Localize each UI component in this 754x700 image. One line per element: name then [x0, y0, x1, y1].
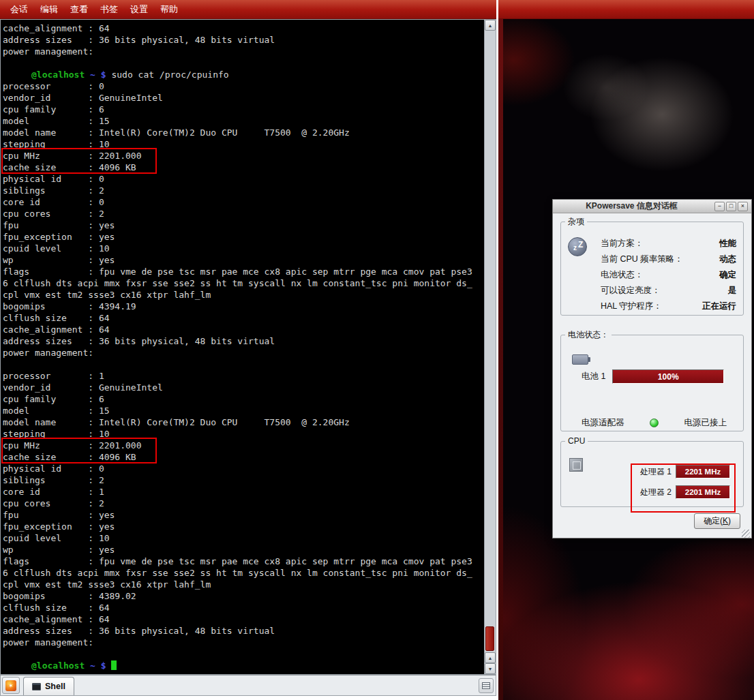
cpu-group: CPU 处理器 12201 MHz处理器 22201 MHz: [560, 436, 744, 507]
terminal-line: power management:: [3, 46, 484, 57]
close-button[interactable]: ×: [738, 202, 748, 211]
new-session-button[interactable]: ✶: [2, 677, 20, 694]
terminal-output[interactable]: cache_alignment : 64address sizes : 36 b…: [1, 20, 484, 674]
terminal-line: power management:: [3, 637, 484, 648]
menu-bar: 会话编辑查看书签设置帮助: [0, 0, 496, 19]
terminal-line: bogomips : 4389.02: [3, 590, 484, 602]
terminal-line: core id : 1: [3, 486, 484, 498]
cpu-chip-icon: [569, 458, 583, 472]
terminal-line: clflush size : 64: [3, 312, 484, 324]
terminal-line: flags : fpu vme de pse tsc msr pae mce c…: [3, 556, 484, 567]
video-left-border: [498, 19, 503, 700]
misc-group-title: 杂项: [565, 216, 587, 228]
terminal-line: cache size : 4096 KB: [3, 162, 484, 173]
battery-group: 电池状态： 电池 1 100% 电源适配器 电源已接上: [560, 329, 744, 431]
dialog-titlebar[interactable]: KPowersave 信息对话框 − □ ×: [553, 200, 751, 213]
terminal-line: [3, 648, 484, 660]
info-value: 性能: [719, 238, 736, 249]
menu-item-6[interactable]: 帮助: [154, 3, 184, 16]
terminal-line: siblings : 2: [3, 474, 484, 486]
terminal-line: wp : yes: [3, 544, 484, 556]
session-list-icon: [482, 682, 490, 689]
cpu-group-title: CPU: [565, 436, 588, 446]
minimize-icon: −: [718, 203, 721, 209]
shell-icon: [32, 683, 41, 690]
terminal-scrollbar[interactable]: ▲ ▲ ▼: [484, 20, 496, 674]
scrollbar-up-button[interactable]: ▲: [485, 20, 496, 31]
terminal-line: 6 clflush dts acpi mmx fxsr sse sse2 ss …: [3, 277, 484, 289]
info-value: 正在运行: [702, 301, 736, 312]
info-label: 可以设定亮度：: [601, 285, 661, 296]
session-tab-bar: ✶ Shell: [0, 675, 496, 696]
terminal-line: cpuid level : 10: [3, 243, 484, 254]
tab-shell[interactable]: Shell: [23, 677, 74, 695]
info-row: 可以设定亮度：是: [601, 283, 736, 299]
info-row: 当前方案：性能: [601, 236, 736, 252]
prompt-path: ~ $: [85, 70, 111, 80]
terminal-line: core id : 0: [3, 196, 484, 208]
terminal-line: 6 clflush dts acpi mmx fxsr sse sse2 ss …: [3, 567, 484, 579]
adapter-status: 电源已接上: [684, 417, 727, 429]
cpu-frequency-value: 2201 MHz: [676, 466, 729, 478]
terminal-line: address sizes : 36 bits physical, 48 bit…: [3, 625, 484, 637]
terminal-line: fpu : yes: [3, 509, 484, 521]
cpu-rows: 处理器 12201 MHz处理器 22201 MHz: [640, 465, 730, 506]
tab-label: Shell: [45, 682, 65, 691]
menu-item-2[interactable]: 编辑: [34, 3, 64, 16]
terminal-line: physical id : 0: [3, 173, 484, 185]
video-titlebar[interactable]: [498, 0, 754, 19]
battery-icon: [572, 354, 588, 365]
resize-grip[interactable]: [742, 530, 750, 538]
terminal-line: cache size : 4096 KB: [3, 451, 484, 463]
dialog-body: 杂项 zZ 当前方案：性能当前 CPU 频率策略：动态电池状态：确定可以设定亮度…: [553, 213, 751, 539]
info-value: 是: [728, 285, 737, 296]
terminal-line: model name : Intel(R) Core(TM)2 Duo CPU …: [3, 416, 484, 428]
maximize-button[interactable]: □: [726, 202, 736, 211]
adapter-row: 电源适配器 电源已接上: [582, 417, 727, 429]
terminal-line: processor : 1: [3, 370, 484, 382]
menu-item-3[interactable]: 查看: [64, 3, 94, 16]
minimize-button[interactable]: −: [714, 202, 725, 211]
cpu-frequency-bar: 2201 MHz: [676, 465, 730, 478]
terminal-line: stepping : 10: [3, 138, 484, 150]
terminal-line: cache_alignment : 64: [3, 22, 484, 34]
terminal-wrap: cache_alignment : 64address sizes : 36 b…: [0, 19, 496, 675]
suspend-icon: zZ: [568, 237, 587, 256]
up-arrow-icon: ▲: [488, 656, 493, 660]
terminal-line: address sizes : 36 bits physical, 48 bit…: [3, 335, 484, 347]
session-list-button[interactable]: [479, 678, 494, 693]
info-row: HAL 守护程序：正在运行: [601, 299, 736, 314]
menu-item-1[interactable]: 会话: [4, 3, 34, 16]
battery-label: 电池 1: [582, 371, 605, 382]
scrollbar-down-button[interactable]: ▼: [485, 663, 496, 674]
terminal-line: cpu family : 6: [3, 393, 484, 405]
battery-percent: 100%: [613, 370, 723, 383]
scrollbar-thumb[interactable]: [485, 626, 494, 651]
terminal-line: cache_alignment : 64: [3, 613, 484, 625]
terminal-line: processor : 0: [3, 80, 484, 92]
misc-group: 杂项 zZ 当前方案：性能当前 CPU 频率策略：动态电池状态：确定可以设定亮度…: [560, 216, 744, 316]
censored-username: [3, 71, 31, 80]
prompt-host: @localhost: [31, 70, 85, 80]
terminal-line: vendor_id : GenuineIntel: [3, 92, 484, 104]
terminal-line: cpl vmx est tm2 ssse3 cx16 xtpr lahf_lm: [3, 579, 484, 590]
terminal-line: cpl vmx est tm2 ssse3 cx16 xtpr lahf_lm: [3, 289, 484, 301]
terminal-line: address sizes : 36 bits physical, 48 bit…: [3, 34, 484, 46]
menu-item-4[interactable]: 书签: [94, 3, 124, 16]
info-label: 电池状态：: [601, 269, 644, 281]
terminal-line: power management:: [3, 347, 484, 359]
scrollbar-up-button-bottom[interactable]: ▲: [485, 652, 496, 663]
terminal-line: model name : Intel(R) Core(TM)2 Duo CPU …: [3, 127, 484, 138]
konsole-window: 会话编辑查看书签设置帮助 cache_alignment : 64address…: [0, 0, 496, 696]
info-label: HAL 守护程序：: [601, 301, 662, 312]
up-arrow-icon: ▲: [488, 23, 493, 28]
terminal-line: model : 15: [3, 115, 484, 127]
info-label: 当前方案：: [601, 238, 644, 249]
ok-button[interactable]: 确定(K): [694, 513, 740, 529]
info-row: 电池状态：确定: [601, 267, 736, 283]
info-label: 当前 CPU 频率策略：: [601, 254, 683, 265]
menu-item-5[interactable]: 设置: [124, 3, 154, 16]
terminal-line: [3, 359, 484, 370]
screen: 会话编辑查看书签设置帮助 cache_alignment : 64address…: [0, 0, 754, 700]
close-icon: ×: [741, 203, 744, 209]
